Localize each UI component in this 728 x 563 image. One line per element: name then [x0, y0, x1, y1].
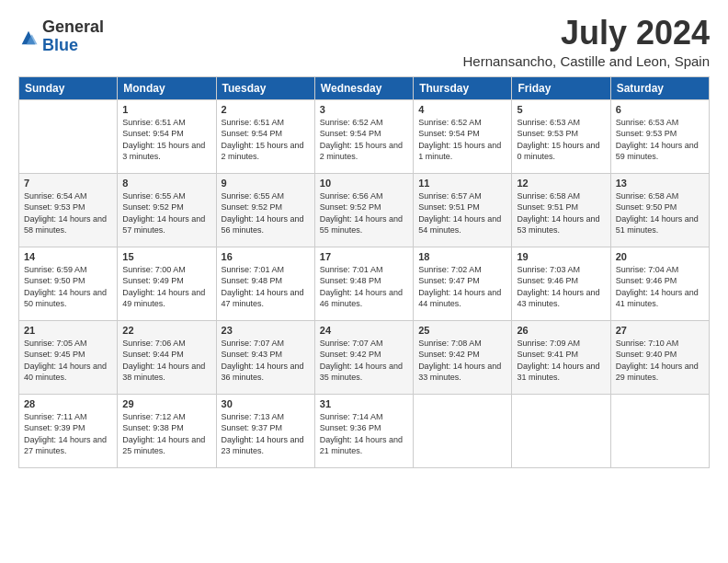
day-info: Sunrise: 7:05 AMSunset: 9:45 PMDaylight:… [24, 338, 112, 384]
title-area: July 2024 Hernansancho, Castille and Leo… [462, 15, 710, 69]
day-number: 4 [418, 104, 506, 115]
header: General Blue July 2024 Hernansancho, Cas… [18, 15, 710, 69]
day-number: 18 [418, 251, 506, 262]
day-info: Sunrise: 7:10 AMSunset: 9:40 PMDaylight:… [616, 338, 704, 384]
day-number: 16 [222, 251, 310, 262]
day-info: Sunrise: 6:53 AMSunset: 9:53 PMDaylight:… [517, 117, 605, 163]
day-info: Sunrise: 7:03 AMSunset: 9:46 PMDaylight:… [517, 264, 605, 310]
calendar-cell: 9Sunrise: 6:55 AMSunset: 9:52 PMDaylight… [216, 173, 314, 247]
day-number: 13 [616, 178, 704, 189]
calendar-cell: 22Sunrise: 7:06 AMSunset: 9:44 PMDayligh… [118, 320, 216, 394]
weekday-header-saturday: Saturday [610, 76, 709, 99]
day-info: Sunrise: 7:08 AMSunset: 9:42 PMDaylight:… [418, 338, 506, 384]
calendar-cell [512, 394, 610, 467]
logo-text: General Blue [42, 18, 104, 55]
calendar-cell: 12Sunrise: 6:58 AMSunset: 9:51 PMDayligh… [512, 173, 610, 247]
day-info: Sunrise: 7:04 AMSunset: 9:46 PMDaylight:… [616, 264, 704, 310]
calendar-cell: 29Sunrise: 7:12 AMSunset: 9:38 PMDayligh… [118, 394, 216, 467]
calendar-cell: 23Sunrise: 7:07 AMSunset: 9:43 PMDayligh… [216, 320, 314, 394]
day-number: 30 [222, 398, 310, 409]
calendar-cell: 15Sunrise: 7:00 AMSunset: 9:49 PMDayligh… [118, 247, 216, 320]
calendar-week-5: 28Sunrise: 7:11 AMSunset: 9:39 PMDayligh… [19, 394, 710, 467]
calendar-cell: 8Sunrise: 6:55 AMSunset: 9:52 PMDaylight… [118, 173, 216, 247]
day-info: Sunrise: 6:51 AMSunset: 9:54 PMDaylight:… [222, 117, 310, 163]
calendar-cell: 5Sunrise: 6:53 AMSunset: 9:53 PMDaylight… [512, 99, 610, 173]
day-number: 22 [122, 325, 210, 336]
day-info: Sunrise: 6:54 AMSunset: 9:53 PMDaylight:… [24, 190, 112, 236]
day-number: 28 [24, 398, 112, 409]
calendar-cell: 18Sunrise: 7:02 AMSunset: 9:47 PMDayligh… [414, 247, 512, 320]
calendar-week-1: 1Sunrise: 6:51 AMSunset: 9:54 PMDaylight… [19, 99, 710, 173]
day-number: 23 [222, 325, 310, 336]
calendar-cell: 19Sunrise: 7:03 AMSunset: 9:46 PMDayligh… [512, 247, 610, 320]
calendar-cell [19, 99, 118, 173]
calendar-week-3: 14Sunrise: 6:59 AMSunset: 9:50 PMDayligh… [19, 247, 710, 320]
day-number: 20 [616, 251, 704, 262]
calendar-cell: 13Sunrise: 6:58 AMSunset: 9:50 PMDayligh… [610, 173, 709, 247]
day-number: 27 [616, 325, 704, 336]
day-number: 8 [122, 178, 210, 189]
day-number: 2 [222, 104, 310, 115]
calendar-cell: 1Sunrise: 6:51 AMSunset: 9:54 PMDaylight… [118, 99, 216, 173]
day-number: 3 [320, 104, 408, 115]
location-title: Hernansancho, Castille and Leon, Spain [462, 53, 710, 69]
day-info: Sunrise: 7:06 AMSunset: 9:44 PMDaylight:… [122, 338, 210, 384]
day-info: Sunrise: 7:02 AMSunset: 9:47 PMDaylight:… [418, 264, 506, 310]
logo-icon [18, 28, 39, 48]
calendar-cell: 30Sunrise: 7:13 AMSunset: 9:37 PMDayligh… [216, 394, 314, 467]
calendar-cell: 21Sunrise: 7:05 AMSunset: 9:45 PMDayligh… [19, 320, 118, 394]
calendar-cell: 20Sunrise: 7:04 AMSunset: 9:46 PMDayligh… [610, 247, 709, 320]
calendar-cell: 17Sunrise: 7:01 AMSunset: 9:48 PMDayligh… [314, 247, 413, 320]
calendar-cell: 2Sunrise: 6:51 AMSunset: 9:54 PMDaylight… [216, 99, 314, 173]
day-info: Sunrise: 6:53 AMSunset: 9:53 PMDaylight:… [616, 117, 704, 163]
day-number: 7 [24, 178, 112, 189]
day-number: 12 [517, 178, 605, 189]
day-number: 21 [24, 325, 112, 336]
day-info: Sunrise: 7:00 AMSunset: 9:49 PMDaylight:… [122, 264, 210, 310]
calendar-cell: 28Sunrise: 7:11 AMSunset: 9:39 PMDayligh… [19, 394, 118, 467]
calendar-cell: 16Sunrise: 7:01 AMSunset: 9:48 PMDayligh… [216, 247, 314, 320]
day-info: Sunrise: 7:09 AMSunset: 9:41 PMDaylight:… [517, 338, 605, 384]
calendar-cell: 6Sunrise: 6:53 AMSunset: 9:53 PMDaylight… [610, 99, 709, 173]
day-info: Sunrise: 7:07 AMSunset: 9:43 PMDaylight:… [222, 338, 310, 384]
weekday-header-wednesday: Wednesday [314, 76, 413, 99]
day-number: 31 [320, 398, 408, 409]
calendar-cell: 7Sunrise: 6:54 AMSunset: 9:53 PMDaylight… [19, 173, 118, 247]
day-number: 29 [122, 398, 210, 409]
day-number: 15 [122, 251, 210, 262]
day-number: 25 [418, 325, 506, 336]
day-number: 11 [418, 178, 506, 189]
weekday-header-sunday: Sunday [19, 76, 118, 99]
calendar-cell: 31Sunrise: 7:14 AMSunset: 9:36 PMDayligh… [314, 394, 413, 467]
day-number: 26 [517, 325, 605, 336]
calendar-table: SundayMondayTuesdayWednesdayThursdayFrid… [18, 76, 710, 468]
weekday-header-tuesday: Tuesday [216, 76, 314, 99]
calendar-cell: 3Sunrise: 6:52 AMSunset: 9:54 PMDaylight… [314, 99, 413, 173]
weekday-header-friday: Friday [512, 76, 610, 99]
calendar-cell: 4Sunrise: 6:52 AMSunset: 9:54 PMDaylight… [414, 99, 512, 173]
day-info: Sunrise: 7:01 AMSunset: 9:48 PMDaylight:… [320, 264, 408, 310]
day-number: 24 [320, 325, 408, 336]
day-info: Sunrise: 7:12 AMSunset: 9:38 PMDaylight:… [122, 411, 210, 457]
day-info: Sunrise: 6:58 AMSunset: 9:50 PMDaylight:… [616, 190, 704, 236]
calendar-cell: 26Sunrise: 7:09 AMSunset: 9:41 PMDayligh… [512, 320, 610, 394]
day-info: Sunrise: 7:07 AMSunset: 9:42 PMDaylight:… [320, 338, 408, 384]
logo-blue: Blue [42, 37, 104, 55]
day-number: 6 [616, 104, 704, 115]
day-number: 14 [24, 251, 112, 262]
day-number: 10 [320, 178, 408, 189]
calendar-cell: 27Sunrise: 7:10 AMSunset: 9:40 PMDayligh… [610, 320, 709, 394]
day-info: Sunrise: 6:55 AMSunset: 9:52 PMDaylight:… [122, 190, 210, 236]
calendar-cell: 14Sunrise: 6:59 AMSunset: 9:50 PMDayligh… [19, 247, 118, 320]
day-number: 19 [517, 251, 605, 262]
logo-general: General [42, 18, 104, 37]
day-number: 17 [320, 251, 408, 262]
calendar-cell: 10Sunrise: 6:56 AMSunset: 9:52 PMDayligh… [314, 173, 413, 247]
day-info: Sunrise: 6:58 AMSunset: 9:51 PMDaylight:… [517, 190, 605, 236]
calendar-week-2: 7Sunrise: 6:54 AMSunset: 9:53 PMDaylight… [19, 173, 710, 247]
weekday-header-thursday: Thursday [414, 76, 512, 99]
calendar-cell [610, 394, 709, 467]
calendar-cell: 25Sunrise: 7:08 AMSunset: 9:42 PMDayligh… [414, 320, 512, 394]
day-number: 1 [122, 104, 210, 115]
calendar-header-row: SundayMondayTuesdayWednesdayThursdayFrid… [19, 76, 710, 99]
